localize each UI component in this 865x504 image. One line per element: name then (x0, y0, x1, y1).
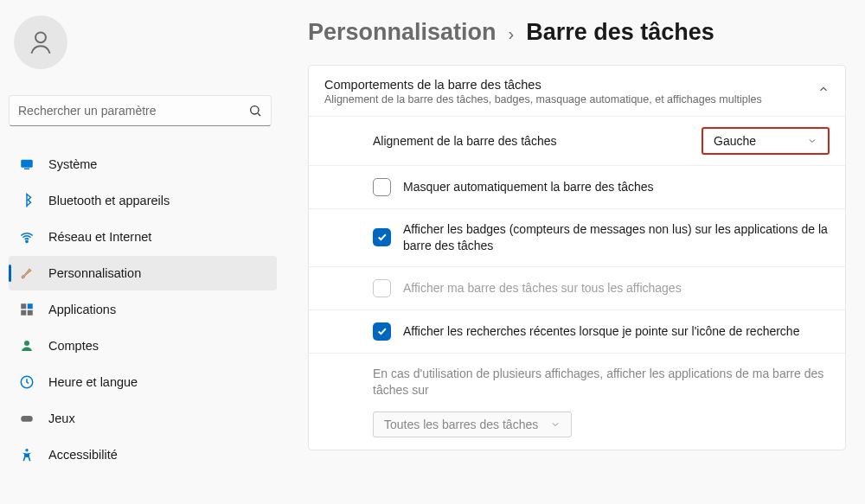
setting-label: Afficher les recherches récentes lorsque… (403, 323, 830, 340)
select-value: Toutes les barres des tâches (384, 418, 538, 431)
badges-checkbox[interactable] (373, 228, 391, 246)
nav-network[interactable]: Réseau et Internet (9, 220, 277, 254)
check-icon (376, 326, 388, 337)
multimon-select: Toutes les barres des tâches (373, 411, 572, 437)
main: Personnalisation › Barre des tâches Comp… (285, 0, 865, 504)
search-input[interactable] (18, 104, 248, 118)
nav-apps[interactable]: Applications (9, 292, 277, 327)
chevron-down-icon (550, 419, 561, 430)
setting-badges: Afficher les badges (compteurs de messag… (309, 209, 845, 267)
brush-icon (19, 265, 35, 281)
nav-label: Système (48, 157, 97, 171)
svg-point-4 (26, 240, 28, 242)
select-value: Gauche (714, 134, 756, 148)
setting-label: Afficher les badges (compteurs de messag… (403, 221, 830, 254)
chevron-right-icon: › (509, 24, 515, 44)
svg-rect-2 (21, 160, 33, 168)
setting-label: En cas d'utilisation de plusieurs affich… (373, 366, 830, 399)
panel-title: Comportements de la barre des tâches (324, 78, 762, 92)
svg-rect-6 (28, 303, 33, 309)
svg-rect-5 (21, 303, 26, 309)
nav-accounts[interactable]: Comptes (9, 329, 277, 363)
svg-rect-8 (28, 310, 33, 316)
page-title: Barre des tâches (526, 19, 714, 46)
nav-label: Comptes (48, 339, 99, 353)
nav-system[interactable]: Système (9, 147, 277, 182)
check-icon (376, 232, 388, 243)
svg-point-9 (24, 341, 29, 346)
panel-header[interactable]: Comportements de la barre des tâches Ali… (309, 66, 845, 117)
nav-label: Personnalisation (48, 266, 141, 280)
setting-autohide: Masquer automatiquement la barre des tâc… (309, 166, 845, 209)
nav-label: Bluetooth et appareils (48, 194, 170, 207)
nav-gaming[interactable]: Jeux (9, 401, 277, 436)
breadcrumb-parent[interactable]: Personnalisation (308, 19, 497, 46)
recent-checkbox[interactable] (373, 322, 391, 341)
setting-label: Alignement de la barre des tâches (373, 133, 702, 150)
svg-point-0 (35, 32, 46, 42)
svg-point-12 (25, 449, 28, 451)
setting-label: Masquer automatiquement la barre des tâc… (403, 179, 830, 195)
setting-recent-searches: Afficher les recherches récentes lorsque… (309, 310, 845, 354)
search-box[interactable] (9, 95, 272, 126)
nav-bluetooth[interactable]: Bluetooth et appareils (9, 183, 277, 218)
nav-personalization[interactable]: Personnalisation (9, 256, 277, 290)
wifi-icon (19, 229, 35, 245)
svg-rect-3 (24, 169, 29, 170)
search-icon (248, 104, 262, 118)
bluetooth-icon (19, 193, 35, 208)
display-icon (19, 156, 35, 172)
nav-accessibility[interactable]: Accessibilité (9, 437, 277, 472)
autohide-checkbox[interactable] (373, 178, 391, 196)
nav-label: Heure et langue (48, 375, 138, 389)
multidisplay-checkbox (373, 279, 391, 297)
nav-label: Accessibilité (48, 448, 118, 462)
chevron-down-icon (807, 136, 817, 146)
alignment-select[interactable]: Gauche (702, 127, 830, 155)
svg-rect-11 (21, 416, 33, 422)
nav-time[interactable]: Heure et langue (9, 365, 277, 399)
user-icon (26, 28, 55, 57)
panel-subtitle: Alignement de la barre des tâches, badge… (324, 93, 762, 105)
setting-multidisplay: Afficher ma barre des tâches sur tous le… (309, 267, 845, 310)
svg-rect-7 (21, 310, 26, 316)
setting-multimon: En cas d'utilisation de plusieurs affich… (309, 354, 845, 450)
clock-icon (19, 374, 35, 390)
nav-label: Applications (48, 303, 116, 316)
nav-label: Réseau et Internet (48, 230, 151, 244)
nav: Système Bluetooth et appareils Réseau et… (9, 147, 277, 472)
account-icon (19, 338, 35, 354)
accessibility-icon (19, 447, 35, 463)
apps-icon (19, 302, 35, 317)
taskbar-behaviors-panel: Comportements de la barre des tâches Ali… (308, 65, 846, 450)
nav-label: Jeux (48, 411, 75, 425)
setting-alignment: Alignement de la barre des tâches Gauche (309, 117, 845, 166)
setting-label: Afficher ma barre des tâches sur tous le… (403, 280, 830, 297)
breadcrumb: Personnalisation › Barre des tâches (308, 19, 846, 46)
avatar[interactable] (14, 16, 67, 69)
svg-point-1 (251, 106, 259, 114)
chevron-up-icon (817, 83, 830, 95)
gamepad-icon (19, 411, 35, 426)
sidebar: Système Bluetooth et appareils Réseau et… (0, 0, 285, 504)
